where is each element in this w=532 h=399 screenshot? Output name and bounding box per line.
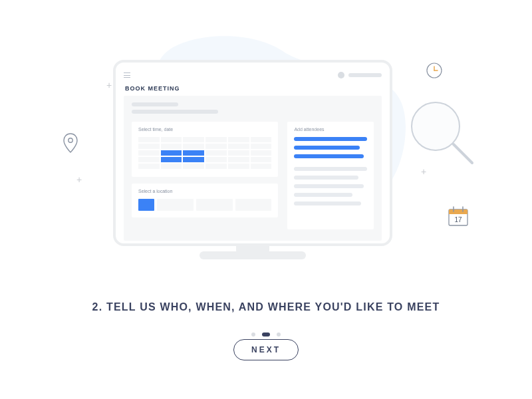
panel-attendees: Add attendees: [287, 122, 374, 229]
attendee-row: [294, 146, 360, 150]
location-slot: [235, 199, 272, 211]
selected-location: [138, 199, 154, 211]
panel-label: Select a location: [138, 189, 271, 194]
next-button[interactable]: NEXT: [233, 339, 299, 360]
pager-dot[interactable]: [277, 332, 281, 336]
user-name-placeholder: [348, 73, 382, 77]
location-slot: [157, 199, 194, 211]
svg-point-3: [412, 102, 460, 150]
svg-rect-7: [449, 209, 467, 214]
map-pin-icon: [63, 133, 78, 153]
selected-timeslot: [161, 150, 182, 156]
clock-icon: [426, 62, 443, 79]
pager-dot-active[interactable]: [262, 332, 270, 336]
panel-time-date: Select time, date: [132, 122, 278, 177]
attendee-row: [294, 184, 363, 188]
calendar-icon: 17: [447, 205, 469, 227]
hamburger-icon: [124, 72, 130, 78]
monitor-stand-base: [200, 251, 306, 259]
calendar-date-text: 17: [454, 216, 462, 223]
attendee-row: [294, 193, 352, 197]
screen-title: BOOK MEETING: [125, 85, 382, 92]
step-heading: 2. TELL US WHO, WHEN, AND WHERE YOU'D LI…: [0, 301, 532, 313]
svg-line-4: [454, 144, 472, 163]
panel-label: Select time, date: [138, 127, 271, 132]
time-grid: [138, 137, 271, 169]
attendee-row: [294, 137, 367, 141]
placeholder-bar: [132, 102, 178, 106]
pager-dot[interactable]: [251, 332, 255, 336]
screen-body: Select time, date Select a location: [124, 96, 382, 241]
attendee-row: [294, 167, 367, 171]
panel-label: Add attendees: [294, 127, 367, 132]
placeholder-bar: [132, 110, 218, 114]
attendee-row: [294, 176, 358, 180]
plus-icon: +: [76, 174, 82, 185]
attendee-row: [294, 201, 361, 205]
plus-icon: +: [106, 80, 112, 90]
panel-location: Select a location: [132, 184, 278, 217]
monitor-illustration: BOOK MEETING Select time, date Select: [113, 60, 392, 246]
magnifier-icon: [406, 96, 479, 170]
step-pager: [0, 327, 532, 339]
attendee-row: [294, 154, 363, 158]
avatar: [338, 72, 344, 78]
location-slot: [196, 199, 233, 211]
